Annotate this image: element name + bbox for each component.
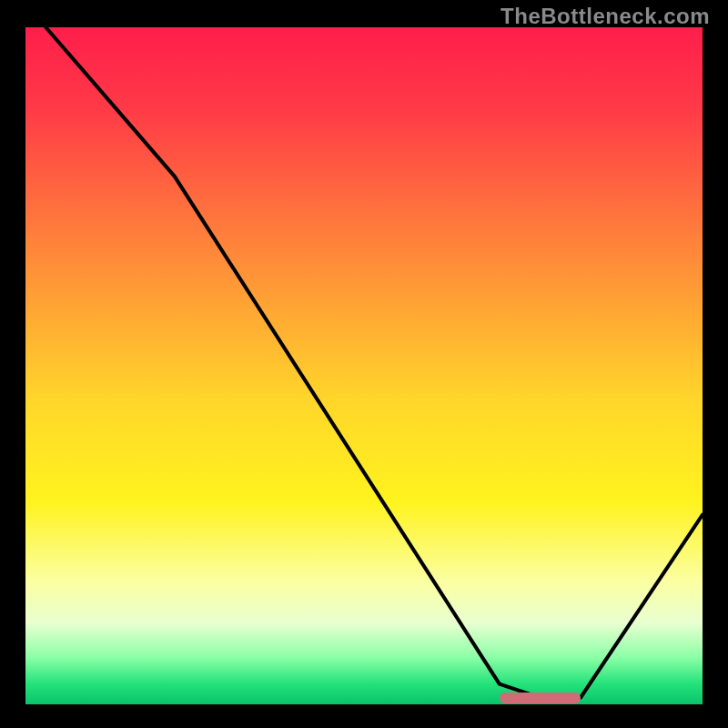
chart-frame: TheBottleneck.com (0, 0, 728, 728)
optimal-range-marker (500, 693, 581, 703)
plot-area (25, 27, 703, 704)
watermark-text: TheBottleneck.com (500, 4, 710, 29)
bottleneck-curve (25, 27, 703, 704)
